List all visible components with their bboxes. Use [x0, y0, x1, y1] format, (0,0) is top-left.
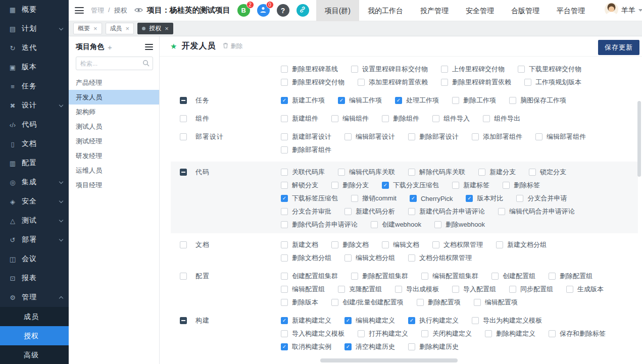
checkbox[interactable] — [524, 79, 531, 86]
checkbox[interactable] — [351, 195, 358, 202]
top-nav-item-4[interactable]: 合版管理 — [503, 0, 548, 21]
perm-item[interactable]: 新建标签 — [452, 181, 489, 190]
perm-item[interactable]: 删除配置项 — [417, 298, 461, 307]
sidebar-item-report[interactable]: ⊡报表 — [0, 269, 69, 288]
breadcrumb-section[interactable]: 管理 — [91, 6, 104, 15]
checkbox[interactable] — [549, 330, 556, 337]
perm-item[interactable]: 分支合并申请 — [516, 194, 567, 203]
top-nav-item-5[interactable]: 平台管理 — [548, 0, 594, 21]
checkbox[interactable] — [281, 330, 288, 337]
checkbox[interactable] — [331, 182, 338, 189]
sidebar-item-overview[interactable]: ▦概要 — [0, 0, 69, 19]
checkbox[interactable] — [331, 299, 338, 306]
checkbox[interactable] — [421, 273, 428, 280]
checkbox[interactable] — [281, 273, 288, 280]
checkbox[interactable] — [434, 221, 441, 228]
perm-item[interactable]: 编辑配置组集群 — [421, 272, 478, 281]
checkbox[interactable] — [529, 169, 536, 176]
checkbox[interactable] — [358, 330, 365, 337]
sidebar-item-config[interactable]: ▥配置 — [0, 153, 69, 173]
sidebar-item-version[interactable]: ▣版本 — [0, 58, 69, 77]
checkbox[interactable] — [281, 115, 288, 122]
checkbox[interactable] — [351, 273, 358, 280]
sidebar-item-test[interactable]: △测试 — [0, 211, 69, 230]
perm-item[interactable]: 新建组件 — [281, 114, 318, 123]
perm-item[interactable]: 新建构建定义 — [281, 316, 331, 325]
checkbox[interactable] — [410, 195, 417, 202]
category-checkbox[interactable] — [180, 169, 187, 176]
perm-item[interactable]: 脑图保存工作项 — [509, 96, 566, 105]
perm-item[interactable]: 生成版本 — [566, 285, 604, 294]
perm-item[interactable]: 编辑工作项 — [338, 96, 382, 105]
menu-toggle-icon[interactable] — [75, 7, 84, 14]
checkbox[interactable] — [338, 97, 345, 104]
perm-item[interactable]: CherryPick — [410, 195, 453, 202]
tab-0[interactable]: 概要× — [73, 23, 102, 34]
category-checkbox[interactable] — [180, 317, 187, 324]
checkbox[interactable] — [344, 343, 352, 350]
role-item-0[interactable]: 产品经理 — [69, 75, 159, 90]
role-item-5[interactable]: 研发经理 — [69, 148, 159, 163]
category-checkbox[interactable] — [180, 241, 187, 248]
perm-item[interactable]: 编辑配置组 — [281, 285, 325, 294]
sidebar-item-task[interactable]: ≡任务 — [0, 77, 69, 96]
help-button[interactable]: ? — [277, 4, 289, 17]
checkbox[interactable] — [408, 169, 415, 176]
close-icon[interactable]: × — [93, 25, 97, 32]
perm-item[interactable]: 编辑文档分组 — [344, 253, 395, 263]
perm-item[interactable]: 编辑文档 — [382, 240, 419, 249]
perm-item[interactable]: 创建/批量创建配置项 — [331, 298, 404, 307]
perm-item[interactable]: 删除标签 — [503, 181, 540, 190]
checkbox[interactable] — [441, 79, 448, 86]
perm-item[interactable]: 删除代码合并申请评论 — [281, 220, 358, 229]
checkbox[interactable] — [281, 66, 288, 73]
perm-item[interactable]: 保存和删除标签 — [549, 329, 606, 338]
perm-item[interactable]: 新建代码分析 — [344, 207, 395, 216]
perm-item[interactable]: 删除部署组件 — [281, 145, 331, 154]
checkbox[interactable] — [338, 169, 345, 176]
checkbox[interactable] — [518, 66, 525, 73]
perm-item[interactable]: 解除代码库关联 — [408, 168, 465, 177]
perm-item[interactable]: 删除里程碑基线 — [281, 65, 338, 74]
perm-item[interactable]: 编辑部署设计 — [344, 132, 395, 141]
checkbox[interactable] — [281, 97, 288, 104]
perm-item[interactable]: 添加部署组件 — [472, 132, 522, 141]
checkbox[interactable] — [498, 208, 505, 215]
perm-item[interactable]: 编辑部署组件 — [535, 132, 586, 141]
perm-item[interactable]: 分支合并审批 — [281, 207, 331, 216]
checkbox[interactable] — [395, 97, 402, 104]
checkbox[interactable] — [344, 208, 352, 215]
checkbox[interactable] — [281, 286, 288, 293]
checkbox[interactable] — [281, 195, 288, 202]
tab-2[interactable]: 授权× — [137, 23, 173, 34]
perm-item[interactable]: 解锁分支 — [281, 181, 318, 190]
checkbox[interactable] — [417, 299, 424, 306]
checkbox[interactable] — [535, 133, 542, 140]
checkbox[interactable] — [408, 343, 415, 350]
sidebar-item-integration[interactable]: ◎集成 — [0, 173, 69, 192]
perm-item[interactable]: 文档分组权限管理 — [408, 253, 472, 263]
perm-item[interactable]: 编辑代码合并申请评论 — [498, 207, 575, 216]
sidebar-item-manage[interactable]: ⚙管理 — [0, 288, 69, 307]
perm-item[interactable]: 取消构建实例 — [281, 342, 331, 351]
horizontal-scrollbar[interactable] — [320, 358, 458, 362]
save-button[interactable]: 保存更新 — [598, 40, 639, 55]
checkbox[interactable] — [358, 79, 365, 86]
checkbox[interactable] — [452, 182, 459, 189]
checkbox[interactable] — [331, 115, 338, 122]
perm-item[interactable]: 关闭构建定义 — [421, 329, 472, 338]
perm-item[interactable]: 删除组件 — [382, 114, 419, 123]
avatar-b[interactable]: B 2 — [237, 4, 250, 17]
perm-item[interactable]: 文档权限管理 — [432, 240, 483, 249]
checkbox[interactable] — [441, 66, 448, 73]
perm-item[interactable]: 添加里程碑前置依赖 — [358, 78, 428, 87]
perm-item[interactable]: 导入构建定义模板 — [281, 329, 344, 338]
perm-item[interactable]: 导入配置组 — [452, 285, 496, 294]
perm-item[interactable]: 上传里程碑交付物 — [441, 65, 505, 74]
perm-item[interactable]: 编辑组件 — [331, 114, 369, 123]
checkbox[interactable] — [281, 146, 288, 153]
sidebar-item-iteration[interactable]: ↻迭代 — [0, 38, 69, 58]
sidebar-subitem-1[interactable]: 授权 — [0, 326, 69, 345]
perm-item[interactable]: 删除工作项 — [452, 96, 496, 105]
checkbox[interactable] — [344, 254, 352, 262]
